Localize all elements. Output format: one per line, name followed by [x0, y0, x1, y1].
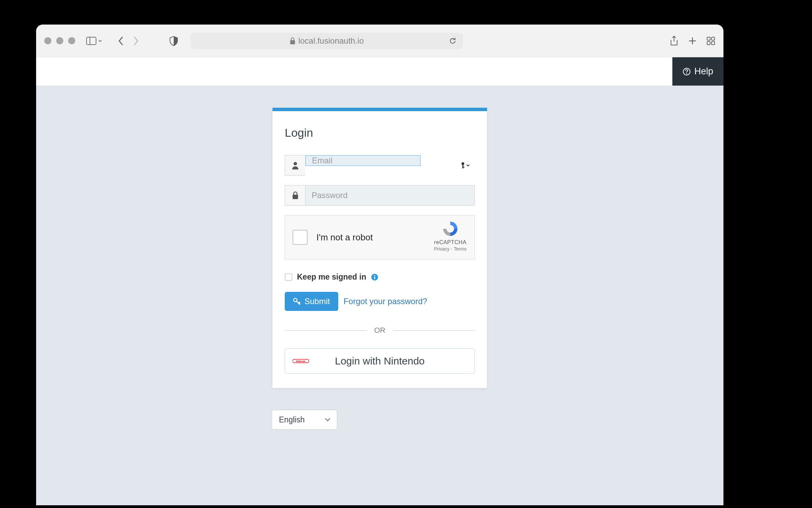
tab-overview-icon[interactable] [706, 36, 715, 45]
nav-forward-button[interactable] [132, 36, 139, 46]
password-manager-icon[interactable] [460, 162, 470, 169]
page-viewport: Help Login [36, 57, 723, 505]
submit-row: Submit Forgot your password? [285, 292, 475, 311]
key-icon [293, 298, 300, 305]
password-input-group [285, 185, 475, 206]
svg-point-15 [374, 275, 375, 276]
email-input-group [285, 155, 475, 176]
recaptcha-logo: reCAPTCHA Privacy - Terms [432, 220, 468, 254]
svg-rect-11 [463, 165, 464, 168]
or-divider: OR [285, 326, 475, 335]
new-tab-icon[interactable] [688, 36, 697, 45]
browser-window: local.fusionauth.io Help Login [36, 25, 723, 505]
keep-signed-in-checkbox[interactable] [285, 273, 292, 281]
address-bar[interactable]: local.fusionauth.io [190, 33, 463, 49]
svg-point-8 [686, 73, 687, 74]
lock-icon [285, 185, 305, 206]
svg-rect-4 [712, 37, 715, 40]
info-icon[interactable] [371, 273, 378, 281]
svg-rect-16 [374, 277, 375, 279]
svg-rect-6 [712, 42, 715, 45]
login-panel: Login [272, 108, 487, 388]
login-title: Login [285, 126, 475, 139]
nav-back-button[interactable] [118, 36, 124, 46]
svg-rect-12 [463, 167, 465, 168]
privacy-shield-icon[interactable] [169, 36, 178, 46]
window-close[interactable] [44, 37, 51, 44]
help-button[interactable]: Help [672, 57, 723, 86]
sidebar-toggle[interactable] [86, 37, 103, 45]
language-select[interactable]: English [272, 410, 337, 430]
nintendo-icon: Nintendo [293, 359, 309, 363]
svg-rect-5 [707, 42, 710, 45]
recaptcha-label: I'm not a robot [316, 232, 373, 243]
keep-signed-in-row: Keep me signed in [285, 272, 475, 282]
browser-titlebar: local.fusionauth.io [36, 25, 723, 57]
user-icon [285, 155, 305, 176]
keep-signed-in-label: Keep me signed in [297, 272, 366, 282]
svg-point-10 [462, 162, 464, 165]
share-icon[interactable] [670, 35, 678, 46]
window-controls [44, 37, 75, 44]
login-with-nintendo-button[interactable]: Nintendo Login with Nintendo [285, 348, 475, 374]
lock-icon [290, 37, 296, 45]
window-minimize[interactable] [56, 37, 63, 44]
svg-rect-3 [707, 37, 710, 40]
recaptcha-checkbox[interactable] [293, 230, 308, 245]
content-area: Login [36, 86, 723, 505]
recaptcha-widget: I'm not a robot reCAPTCHA Privacy - Term… [285, 215, 475, 259]
forgot-password-link[interactable]: Forgot your password? [344, 297, 427, 306]
url-text: local.fusionauth.io [298, 36, 364, 46]
email-field[interactable] [305, 155, 421, 166]
svg-text:Nintendo: Nintendo [296, 360, 306, 362]
reload-icon[interactable] [449, 37, 457, 45]
chevron-down-icon [325, 418, 331, 422]
window-maximize[interactable] [68, 37, 75, 44]
submit-button[interactable]: Submit [285, 292, 338, 311]
help-icon [683, 68, 691, 76]
svg-rect-2 [290, 40, 295, 44]
svg-point-9 [294, 162, 297, 165]
page-topbar: Help [36, 57, 723, 86]
password-field[interactable] [305, 185, 475, 206]
svg-rect-13 [293, 195, 298, 199]
svg-rect-0 [87, 37, 96, 45]
